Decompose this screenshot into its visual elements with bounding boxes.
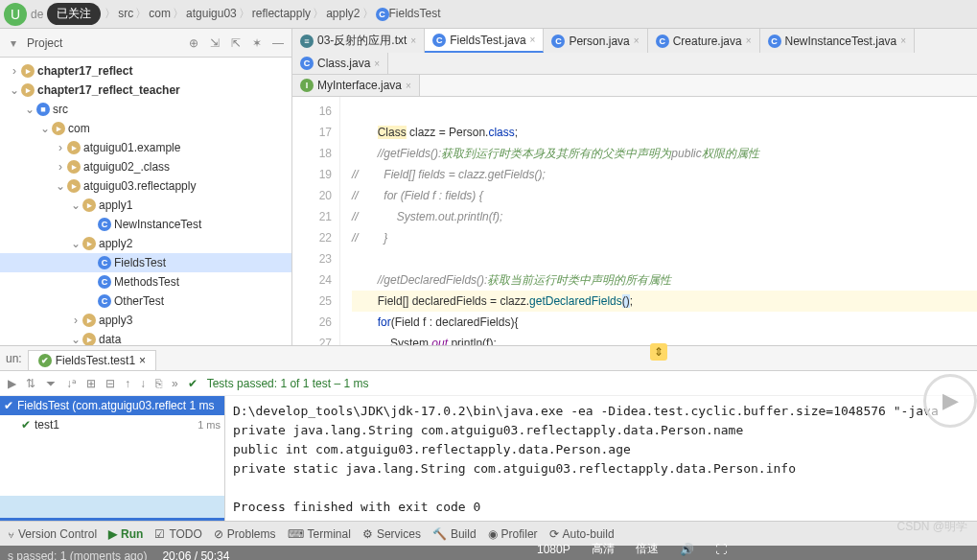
tree-node[interactable]: ⌄ ▸ apply2	[0, 234, 291, 253]
tree-twisty-icon[interactable]: ›	[54, 160, 67, 174]
test-root[interactable]: ✔ FieldsTest (com.atguigu03.reflect 1 ms	[0, 396, 224, 415]
tree-label: apply1	[99, 198, 132, 212]
tree-twisty-icon[interactable]: ›	[54, 141, 67, 154]
tree-node[interactable]: › ▸ apply3	[0, 311, 291, 330]
editor-tab[interactable]: IMyInterface.java ×	[292, 75, 420, 96]
tab-label: Creature.java	[673, 35, 742, 48]
rerun-icon[interactable]: ▶	[8, 377, 16, 390]
tree-node[interactable]: ⌄ ▸ atguigu03.reflectapply	[0, 176, 291, 196]
code-editor[interactable]: 16171819202122232425262728 Class clazz =…	[292, 97, 977, 345]
tool-window-button[interactable]: ▶ Run	[108, 527, 143, 541]
test-tree[interactable]: ✔ FieldsTest (com.atguigu03.reflect 1 ms…	[0, 396, 225, 521]
close-icon[interactable]: ×	[406, 81, 411, 91]
project-dropdown-icon[interactable]: ▾	[6, 35, 21, 51]
run-label: un:	[6, 352, 22, 365]
video-time: 20:06 / 50:34	[162, 549, 229, 560]
close-icon[interactable]: ×	[410, 35, 416, 46]
folder-icon: ▸	[21, 83, 35, 97]
pkg-icon: ▸	[82, 198, 96, 212]
editor-tabs-row2[interactable]: IMyInterface.java ×	[292, 75, 977, 97]
close-icon[interactable]: ×	[530, 35, 536, 45]
tree-node[interactable]: C NewInstanceTest	[0, 215, 291, 234]
tool-window-button[interactable]: ⊘ Problems	[214, 527, 276, 541]
play-button[interactable]: ▶	[923, 374, 977, 428]
close-icon[interactable]: ×	[139, 354, 146, 367]
tree-node[interactable]: C MethodsTest	[0, 272, 291, 292]
editor-tab[interactable]: CCreature.java ×	[648, 29, 760, 53]
tree-twisty-icon[interactable]: ⌄	[38, 122, 52, 135]
expand-all-icon[interactable]: ⊞	[86, 377, 96, 390]
tool-window-button[interactable]: ◉ Profiler	[488, 527, 538, 541]
tree-node[interactable]: ⌄ ▸ data	[0, 330, 291, 345]
collapse-icon[interactable]: ⇱	[228, 35, 244, 51]
tree-node[interactable]: C FieldsTest	[0, 253, 291, 272]
run-config-tab[interactable]: ✔ FieldsTest.test1 ×	[28, 350, 156, 370]
editor-tab[interactable]: CNewInstanceTest.java ×	[760, 29, 916, 53]
console-output[interactable]: D:\develop_tools\JDK\jdk-17.0.2\bin\java…	[225, 396, 977, 521]
tree-label: chapter17_reflect	[37, 64, 132, 78]
tool-window-button[interactable]: ⚙ Services	[362, 527, 421, 541]
tree-node[interactable]: › ▸ atguigu01.example	[0, 138, 291, 157]
more-icon[interactable]: »	[172, 377, 178, 390]
test-item[interactable]: ✔ test1 1 ms	[0, 415, 224, 434]
editor-tab[interactable]: CPerson.java ×	[544, 29, 647, 53]
breadcrumb-item[interactable]: src	[116, 7, 135, 20]
tool-window-button[interactable]: ⍱ Version Control	[8, 527, 97, 541]
filter-icon[interactable]: ⏷	[45, 377, 57, 390]
follow-badge[interactable]: 已关注	[47, 3, 101, 25]
close-icon[interactable]: ×	[374, 58, 380, 69]
tree-label: atguigu03.reflectapply	[83, 179, 196, 193]
tree-twisty-icon[interactable]: ⌄	[69, 198, 82, 212]
toggle-icon[interactable]: ⇅	[26, 377, 35, 390]
tree-node[interactable]: ⌄ ■ src	[0, 100, 291, 119]
select-opened-icon[interactable]: ⊕	[186, 35, 201, 51]
breadcrumb-item[interactable]: apply2	[324, 7, 361, 20]
tree-twisty-icon[interactable]: ›	[69, 314, 82, 327]
editor-tab[interactable]: ≡03-反射的应用.txt ×	[292, 29, 425, 53]
tool-window-button[interactable]: ⟳ Auto-build	[549, 527, 615, 541]
tool-window-button[interactable]: ⌨ Terminal	[288, 527, 351, 541]
pkg-icon: ▸	[52, 122, 65, 135]
code-content[interactable]: Class clazz = Person.class; //getFields(…	[340, 97, 977, 345]
close-icon[interactable]: ×	[900, 35, 906, 46]
tool-window-button[interactable]: 🔨 Build	[432, 527, 477, 541]
close-icon[interactable]: ×	[746, 35, 752, 46]
tree-twisty-icon[interactable]: ⌄	[54, 179, 67, 193]
export-icon[interactable]: ⎘	[155, 377, 162, 390]
tree-label: atguigu02_.class	[83, 160, 170, 174]
sort-icon[interactable]: ↓ᵃ	[66, 377, 77, 390]
bottom-tool-bar[interactable]: ⍱ Version Control ▶ Run ☑ TODO ⊘ Problem…	[0, 521, 977, 546]
breadcrumb-item[interactable]: com	[147, 7, 173, 20]
tool-icon: ▶	[108, 527, 117, 541]
tree-node[interactable]: › ▸ atguigu02_.class	[0, 157, 291, 176]
editor-tab[interactable]: CFieldsTest.java ×	[425, 29, 544, 53]
next-icon[interactable]: ↓	[140, 377, 146, 390]
tree-twisty-icon[interactable]: ⌄	[69, 333, 82, 345]
tool-window-button[interactable]: ☑ TODO	[154, 527, 201, 541]
tree-node[interactable]: › ▸ chapter17_reflect	[0, 61, 291, 81]
breadcrumb-item[interactable]: CFieldsTest	[374, 7, 443, 20]
close-icon[interactable]: ×	[634, 35, 640, 46]
prev-icon[interactable]: ↑	[125, 377, 130, 390]
project-tree[interactable]: › ▸ chapter17_reflect ⌄ ▸ chapter17_refl…	[0, 58, 291, 345]
tree-node[interactable]: ⌄ ▸ chapter17_reflect_teacher	[0, 81, 291, 100]
tree-label: NewInstanceTest	[114, 218, 201, 231]
expand-icon[interactable]: ⇲	[207, 35, 222, 51]
collapse-all-icon[interactable]: ⊟	[105, 377, 115, 390]
breadcrumb-item[interactable]: atguigu03	[184, 7, 239, 20]
tree-twisty-icon[interactable]: ⌄	[8, 83, 21, 97]
settings-icon[interactable]: ✶	[249, 35, 265, 51]
hide-icon[interactable]: —	[270, 35, 286, 51]
tree-node[interactable]: ⌄ ▸ com	[0, 119, 291, 138]
tree-node[interactable]: C OtherTest	[0, 292, 291, 311]
editor-tab[interactable]: CClass.java ×	[292, 53, 388, 74]
tree-twisty-icon[interactable]: ⌄	[23, 103, 36, 116]
breadcrumb-item[interactable]: reflectapply	[250, 7, 313, 20]
editor-tabs[interactable]: ≡03-反射的应用.txt × CFieldsTest.java × CPers…	[292, 29, 977, 75]
int-icon: I	[300, 79, 314, 92]
tree-node[interactable]: ⌄ ▸ apply1	[0, 196, 291, 215]
breadcrumbs[interactable]: 〉src〉com〉atguigu03〉reflectapply〉apply2〉C…	[105, 6, 442, 22]
resize-handle-icon[interactable]: ⇕	[650, 343, 667, 361]
tree-twisty-icon[interactable]: ›	[8, 64, 21, 78]
tree-twisty-icon[interactable]: ⌄	[69, 237, 82, 250]
